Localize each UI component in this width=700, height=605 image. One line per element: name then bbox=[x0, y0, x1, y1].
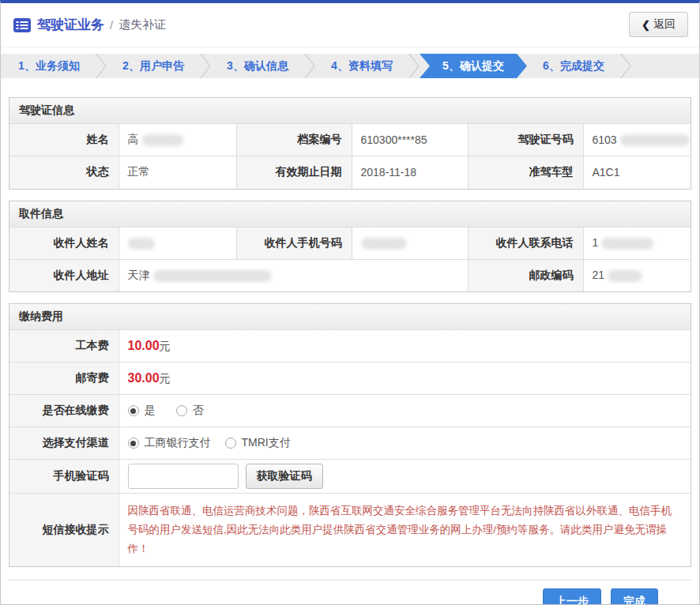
license-form-icon bbox=[13, 18, 31, 32]
radio-option-tmri[interactable]: TMRI支付 bbox=[225, 436, 291, 450]
recipient-name-label: 收件人姓名 bbox=[9, 227, 119, 259]
pay-channel-label: 选择支付渠道 bbox=[9, 427, 119, 460]
breadcrumb-current: 遗失补证 bbox=[119, 17, 166, 32]
vehicle-class-value: A1C1 bbox=[583, 156, 691, 189]
step-separator-icon bbox=[304, 54, 315, 78]
redacted-blur bbox=[142, 134, 183, 146]
license-info-section: 驾驶证信息 姓名 高 档案编号 610300****85 驾驶证号码 6103 … bbox=[9, 97, 691, 190]
card-fee-label: 工本费 bbox=[9, 330, 119, 363]
card-fee-value: 10.00元 bbox=[119, 330, 691, 363]
recipient-mobile-label: 收件人手机号码 bbox=[236, 227, 352, 259]
radio-checked-icon[interactable] bbox=[128, 438, 139, 449]
radio-unchecked-icon[interactable] bbox=[225, 438, 236, 449]
license-info-table: 姓名 高 档案编号 610300****85 驾驶证号码 6103 状态 正常 … bbox=[9, 123, 691, 189]
fee-unit: 元 bbox=[160, 372, 171, 385]
pay-channel-options: 工商银行支付 TMRI支付 bbox=[119, 427, 691, 460]
license-no-value: 6103 bbox=[583, 124, 691, 156]
step-4-fill-materials[interactable]: 4、资料填写 bbox=[315, 54, 408, 78]
license-info-title: 驾驶证信息 bbox=[9, 98, 691, 123]
radio-option-label: 是 bbox=[145, 404, 156, 418]
license-no-label: 驾驶证号码 bbox=[468, 124, 583, 156]
radio-option-label: TMRI支付 bbox=[242, 436, 291, 450]
step-6-finish-submit[interactable]: 6、完成提交 bbox=[527, 54, 620, 78]
step-separator-icon bbox=[620, 54, 631, 78]
pickup-info-table: 收件人姓名 收件人手机号码 收件人联系电话 1 收件人地址 天津 邮政编码 21 bbox=[9, 227, 691, 292]
file-no-value: 610300****85 bbox=[352, 124, 468, 156]
table-row: 是否在线缴费 是 否 bbox=[9, 395, 691, 427]
back-button-label: 返回 bbox=[653, 17, 676, 32]
file-no-label: 档案编号 bbox=[236, 124, 352, 156]
sms-code-cell: 获取验证码 bbox=[119, 460, 691, 494]
status-value: 正常 bbox=[119, 156, 236, 189]
postage-value: 30.00元 bbox=[119, 363, 691, 395]
table-row: 短信接收提示 因陕西省联通、电信运营商技术问题，陕西省互联网交通安全综合服务管理… bbox=[9, 494, 691, 567]
redacted-blur bbox=[128, 238, 155, 250]
recipient-address-label: 收件人地址 bbox=[9, 259, 119, 291]
recipient-address-value: 天津 bbox=[119, 259, 468, 291]
postage-amount: 30.00 bbox=[128, 371, 160, 385]
back-button[interactable]: ❮ 返回 bbox=[629, 12, 688, 37]
fees-table: 工本费 10.00元 邮寄费 30.00元 是否在线缴费 是 bbox=[9, 329, 691, 566]
page-title: 驾驶证业务 bbox=[37, 16, 104, 34]
header: 驾驶证业务 / 遗失补证 ❮ 返回 bbox=[1, 3, 699, 47]
postcode-label: 邮政编码 bbox=[468, 259, 583, 291]
footer-actions: 上一步 完成 bbox=[9, 580, 691, 605]
sms-code-input[interactable] bbox=[128, 464, 239, 489]
radio-option-label: 否 bbox=[193, 404, 204, 418]
previous-step-button[interactable]: 上一步 bbox=[543, 588, 601, 605]
step-2-user-declaration[interactable]: 2、用户申告 bbox=[107, 54, 200, 78]
pickup-info-section: 取件信息 收件人姓名 收件人手机号码 收件人联系电话 1 收件人地址 天津 邮政… bbox=[9, 201, 691, 293]
fees-title: 缴纳费用 bbox=[9, 304, 691, 329]
recipient-phone-label: 收件人联系电话 bbox=[468, 227, 583, 259]
expiry-value: 2018-11-18 bbox=[352, 156, 468, 189]
step-separator-icon bbox=[408, 54, 420, 78]
radio-option-no[interactable]: 否 bbox=[176, 404, 204, 418]
recipient-mobile-value bbox=[352, 227, 468, 259]
pickup-info-title: 取件信息 bbox=[9, 201, 691, 227]
fees-section: 缴纳费用 工本费 10.00元 邮寄费 30.00元 是否在线缴费 bbox=[9, 303, 691, 567]
sms-notice-cell: 因陕西省联通、电信运营商技术问题，陕西省互联网交通安全综合服务管理平台无法向持陕… bbox=[119, 494, 691, 567]
radio-unchecked-icon[interactable] bbox=[176, 405, 187, 416]
radio-option-label: 工商银行支付 bbox=[145, 436, 211, 450]
postage-label: 邮寄费 bbox=[9, 363, 119, 395]
radio-checked-icon[interactable] bbox=[128, 405, 139, 416]
online-pay-label: 是否在线缴费 bbox=[9, 395, 119, 427]
step-5-confirm-submit[interactable]: 5、确认提交 bbox=[420, 54, 527, 78]
table-row: 邮寄费 30.00元 bbox=[9, 363, 691, 395]
step-wizard: 1、业务须知 2、用户申告 3、确认信息 4、资料填写 5、确认提交 6、完成提… bbox=[1, 54, 699, 78]
card-fee-amount: 10.00 bbox=[128, 339, 160, 352]
chevron-left-icon: ❮ bbox=[642, 19, 650, 31]
name-label: 姓名 bbox=[9, 124, 119, 156]
table-row: 选择支付渠道 工商银行支付 TMRI支付 bbox=[9, 427, 691, 460]
step-separator-icon bbox=[96, 54, 107, 78]
radio-option-icbc[interactable]: 工商银行支付 bbox=[128, 436, 211, 450]
vehicle-class-label: 准驾车型 bbox=[468, 156, 583, 189]
breadcrumb-divider: / bbox=[110, 18, 113, 32]
step-3-confirm-info[interactable]: 3、确认信息 bbox=[211, 54, 304, 78]
redacted-blur bbox=[608, 270, 642, 282]
fee-unit: 元 bbox=[160, 340, 171, 352]
table-row: 工本费 10.00元 bbox=[9, 330, 691, 363]
sms-code-label: 手机验证码 bbox=[9, 460, 119, 494]
table-row: 姓名 高 档案编号 610300****85 驾驶证号码 6103 bbox=[9, 124, 691, 156]
step-1-business-notice[interactable]: 1、业务须知 bbox=[2, 54, 96, 78]
table-row: 收件人姓名 收件人手机号码 收件人联系电话 1 bbox=[9, 227, 691, 259]
name-value: 高 bbox=[119, 124, 236, 156]
recipient-phone-value: 1 bbox=[583, 227, 691, 259]
page: 驾驶证业务 / 遗失补证 ❮ 返回 1、业务须知 2、用户申告 3、确认信息 4… bbox=[0, 0, 700, 605]
online-pay-options: 是 否 bbox=[119, 395, 691, 427]
finish-button[interactable]: 完成 bbox=[611, 588, 658, 605]
table-row: 手机验证码 获取验证码 bbox=[9, 460, 691, 494]
radio-option-yes[interactable]: 是 bbox=[128, 404, 156, 418]
redacted-blur bbox=[601, 238, 653, 250]
sms-notice-text: 因陕西省联通、电信运营商技术问题，陕西省互联网交通安全综合服务管理平台无法向持陕… bbox=[128, 502, 680, 558]
status-label: 状态 bbox=[9, 156, 119, 189]
redacted-blur bbox=[620, 134, 690, 146]
main-content: 驾驶证信息 姓名 高 档案编号 610300****85 驾驶证号码 6103 … bbox=[1, 97, 699, 567]
recipient-name-value bbox=[119, 227, 236, 259]
redacted-blur bbox=[153, 270, 272, 282]
step-separator-icon bbox=[200, 54, 211, 78]
get-code-button[interactable]: 获取验证码 bbox=[246, 464, 323, 489]
redacted-blur bbox=[361, 238, 407, 250]
table-row: 收件人地址 天津 邮政编码 21 bbox=[9, 259, 691, 291]
